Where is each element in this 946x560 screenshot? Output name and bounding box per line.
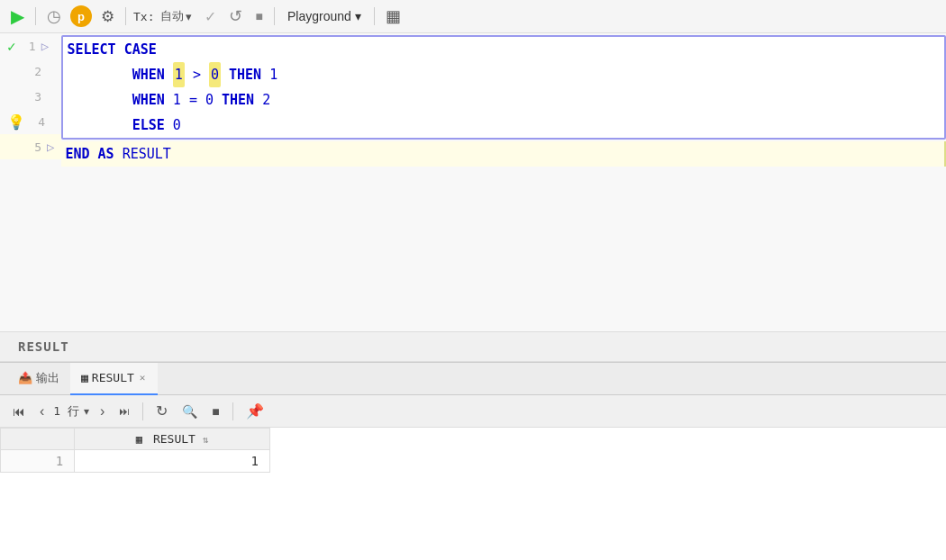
line-1-arrow-icon: ▷ bbox=[41, 39, 49, 53]
check-button[interactable]: ✓ bbox=[201, 6, 220, 27]
else-val: 0 bbox=[173, 113, 181, 138]
result-1: 1 bbox=[269, 62, 277, 87]
line-5-arrow-icon: ▷ bbox=[47, 140, 54, 154]
sp1 bbox=[201, 62, 209, 87]
result-table: ▦ RESULT ⇅ 1 1 bbox=[0, 428, 270, 473]
bt-divider-1 bbox=[142, 402, 143, 420]
settings-button[interactable]: ⚙ bbox=[97, 5, 118, 28]
tx-label: Tx: bbox=[133, 10, 154, 23]
divider-1 bbox=[35, 7, 36, 25]
line-5-number: 5 bbox=[27, 140, 41, 154]
tx-group: Tx: 自动 ▾ bbox=[133, 6, 196, 26]
first-page-button[interactable]: ⏮ bbox=[7, 402, 31, 421]
line-1-number: 1 bbox=[22, 40, 36, 53]
else-kw: ELSE bbox=[67, 113, 172, 138]
result-tab-label: RESULT bbox=[92, 371, 134, 384]
refresh-button[interactable]: ↻ bbox=[150, 400, 173, 422]
when-2: WHEN bbox=[67, 87, 172, 113]
sort-icon[interactable]: ⇅ bbox=[203, 434, 209, 446]
line-5-gutter: 5 ▷ bbox=[0, 134, 61, 159]
code-line-5: END AS RESULT bbox=[61, 141, 946, 167]
search-bottom-button[interactable]: 🔍 bbox=[177, 402, 203, 421]
code-line-2: WHEN 1 > 0 THEN 1 bbox=[63, 62, 944, 87]
result-tab-close[interactable]: ✕ bbox=[138, 372, 148, 384]
playground-button[interactable]: Playground ▾ bbox=[282, 7, 367, 25]
next-page-button[interactable]: › bbox=[95, 401, 110, 422]
divider-3 bbox=[274, 7, 275, 25]
op-greater: > bbox=[193, 62, 201, 87]
row-1-num: 1 bbox=[1, 450, 75, 473]
grid-view-button[interactable]: ▦ bbox=[382, 5, 405, 28]
stop-bottom-button[interactable]: ■ bbox=[206, 402, 224, 421]
line-3-gutter: 3 bbox=[0, 84, 61, 109]
play-button[interactable]: ▶ bbox=[7, 4, 28, 29]
then-2: THEN bbox=[214, 87, 262, 113]
table-header-row: ▦ RESULT ⇅ bbox=[1, 429, 270, 450]
op-gt bbox=[185, 62, 193, 87]
bottom-tabs: 📤 输出 ▦ RESULT ✕ bbox=[0, 363, 946, 395]
table-row: 1 1 bbox=[1, 450, 270, 473]
row-1-result: 1 bbox=[75, 450, 270, 473]
as-kw: AS bbox=[98, 141, 123, 167]
bottom-toolbar: ⏮ ‹ 1 行 ▾ › ⏭ ↻ 🔍 ■ 📌 bbox=[0, 395, 946, 428]
indent-2: WHEN bbox=[67, 62, 172, 87]
page-info: 1 行 ▾ bbox=[53, 403, 91, 420]
tx-chevron-icon: ▾ bbox=[186, 10, 192, 23]
result-2: 2 bbox=[262, 87, 270, 113]
result-section-label: RESULT bbox=[0, 331, 946, 362]
col-result-label: RESULT bbox=[153, 432, 196, 446]
code-selection-box: SELECT CASE WHEN 1 > 0 THEN 1 WHEN 1 = 0… bbox=[61, 35, 946, 140]
result-col-icon: ▦ bbox=[136, 433, 142, 446]
divider-4 bbox=[374, 7, 375, 25]
line-4-bulb-icon: 💡 bbox=[7, 113, 25, 131]
code-editor[interactable]: SELECT CASE WHEN 1 > 0 THEN 1 WHEN 1 = 0… bbox=[61, 33, 946, 331]
num-1-hl: 1 bbox=[173, 62, 185, 87]
line-2-number: 2 bbox=[27, 65, 41, 78]
user-button[interactable]: p bbox=[70, 5, 92, 27]
then-1: THEN bbox=[221, 62, 269, 87]
pin-button[interactable]: 📌 bbox=[241, 400, 269, 422]
result-table-container: ▦ RESULT ⇅ 1 1 bbox=[0, 428, 946, 560]
col-result-header[interactable]: ▦ RESULT ⇅ bbox=[75, 429, 270, 450]
end-kw: END bbox=[65, 141, 97, 167]
num-1-2: 1 bbox=[173, 87, 181, 113]
undo-button[interactable]: ↺ bbox=[225, 5, 246, 28]
keyword-select: SELECT bbox=[67, 37, 123, 62]
output-tab-icon: 📤 bbox=[18, 371, 32, 384]
prev-page-button[interactable]: ‹ bbox=[34, 401, 50, 422]
keyword-case: CASE bbox=[124, 37, 157, 62]
col-rownum-header bbox=[1, 429, 75, 450]
stop-button[interactable]: ■ bbox=[251, 7, 266, 25]
line-3-number: 3 bbox=[27, 90, 41, 104]
code-line-4: ELSE 0 bbox=[63, 113, 944, 138]
line-4-number: 4 bbox=[31, 115, 45, 129]
output-tab-label: 输出 bbox=[36, 370, 59, 386]
editor-area: ✓ 1 ▷ 2 3 💡 4 5 ▷ SELEC bbox=[0, 33, 946, 331]
playground-label: Playground bbox=[287, 9, 351, 23]
num-0-2: 0 bbox=[205, 87, 214, 113]
tx-value: 自动 bbox=[160, 8, 184, 24]
line-1-gutter: ✓ 1 ▷ bbox=[0, 33, 61, 59]
bottom-panel: 📤 输出 ▦ RESULT ✕ ⏮ ‹ 1 行 ▾ › ⏭ ↻ 🔍 ■ 📌 bbox=[0, 362, 946, 560]
line-1-check-icon: ✓ bbox=[7, 38, 16, 55]
line-numbers: ✓ 1 ▷ 2 3 💡 4 5 ▷ bbox=[0, 33, 61, 331]
tx-dropdown-button[interactable]: 自动 ▾ bbox=[157, 6, 196, 26]
op-eq: = bbox=[181, 87, 205, 113]
result-text: RESULT bbox=[18, 339, 69, 354]
bt-divider-2 bbox=[232, 402, 233, 420]
num-0-hl: 0 bbox=[209, 62, 221, 87]
line-2-gutter: 2 bbox=[0, 59, 61, 84]
playground-chevron-icon: ▾ bbox=[355, 9, 361, 23]
tab-result[interactable]: ▦ RESULT ✕ bbox=[70, 363, 158, 395]
last-page-button[interactable]: ⏭ bbox=[114, 402, 135, 420]
code-line-1: SELECT CASE bbox=[63, 37, 944, 62]
tab-output[interactable]: 📤 输出 bbox=[7, 363, 70, 395]
result-alias: RESULT bbox=[123, 141, 171, 167]
page-info-text: 1 行 bbox=[53, 403, 79, 420]
result-tab-icon: ▦ bbox=[81, 371, 88, 384]
page-dropdown-button[interactable]: ▾ bbox=[82, 405, 91, 418]
divider-2 bbox=[125, 7, 126, 25]
main-toolbar: ▶ ◷ p ⚙ Tx: 自动 ▾ ✓ ↺ ■ Playground ▾ ▦ bbox=[0, 0, 946, 33]
code-line-3: WHEN 1 = 0 THEN 2 bbox=[63, 87, 944, 113]
history-button[interactable]: ◷ bbox=[43, 5, 65, 28]
